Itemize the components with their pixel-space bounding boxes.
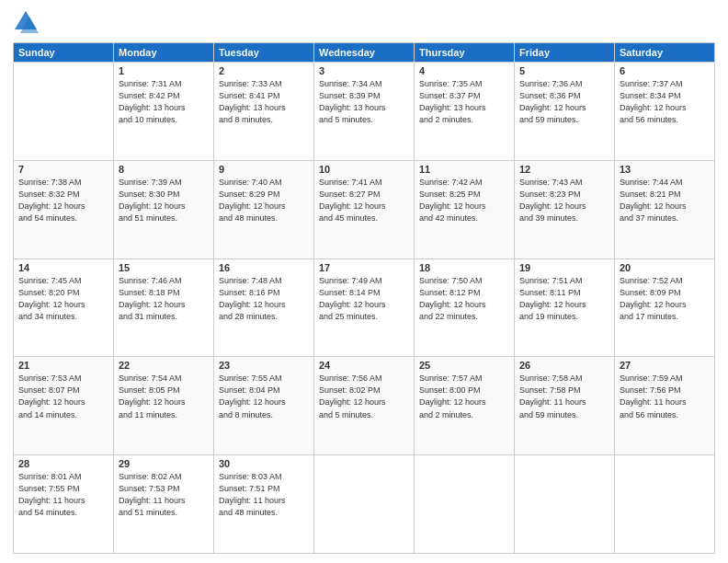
- day-number: 2: [219, 65, 309, 76]
- day-number: 26: [519, 360, 609, 371]
- day-number: 17: [319, 262, 409, 273]
- col-header-tuesday: Tuesday: [214, 43, 314, 63]
- day-info: Sunrise: 8:02 AM Sunset: 7:53 PM Dayligh…: [119, 471, 209, 519]
- day-info: Sunrise: 7:41 AM Sunset: 8:27 PM Dayligh…: [319, 177, 409, 224]
- day-info: Sunrise: 7:46 AM Sunset: 8:18 PM Dayligh…: [119, 275, 209, 323]
- day-number: 18: [419, 262, 509, 273]
- calendar-cell: [615, 455, 715, 554]
- calendar-cell: 20Sunrise: 7:52 AM Sunset: 8:09 PM Dayli…: [615, 259, 715, 357]
- day-info: Sunrise: 7:54 AM Sunset: 8:05 PM Dayligh…: [119, 373, 209, 420]
- calendar-week-5: 28Sunrise: 8:01 AM Sunset: 7:55 PM Dayli…: [14, 455, 715, 554]
- calendar-week-2: 7Sunrise: 7:38 AM Sunset: 8:32 PM Daylig…: [14, 160, 715, 259]
- day-info: Sunrise: 8:01 AM Sunset: 7:55 PM Dayligh…: [18, 471, 108, 519]
- calendar-cell: 13Sunrise: 7:44 AM Sunset: 8:21 PM Dayli…: [615, 160, 715, 259]
- calendar-cell: 12Sunrise: 7:43 AM Sunset: 8:23 PM Dayli…: [515, 160, 615, 259]
- calendar-cell: 3Sunrise: 7:34 AM Sunset: 8:39 PM Daylig…: [314, 63, 415, 161]
- day-number: 13: [620, 164, 710, 175]
- day-number: 27: [620, 360, 710, 371]
- day-info: Sunrise: 7:59 AM Sunset: 7:56 PM Dayligh…: [620, 373, 710, 420]
- calendar-cell: 9Sunrise: 7:40 AM Sunset: 8:29 PM Daylig…: [214, 160, 314, 259]
- day-info: Sunrise: 7:51 AM Sunset: 8:11 PM Dayligh…: [519, 275, 609, 323]
- calendar-cell: 15Sunrise: 7:46 AM Sunset: 8:18 PM Dayli…: [114, 259, 214, 357]
- day-number: 8: [119, 164, 209, 175]
- day-number: 6: [620, 65, 710, 76]
- day-number: 23: [219, 360, 309, 371]
- day-info: Sunrise: 7:39 AM Sunset: 8:30 PM Dayligh…: [119, 177, 209, 224]
- calendar-cell: 26Sunrise: 7:58 AM Sunset: 7:58 PM Dayli…: [515, 357, 615, 455]
- day-info: Sunrise: 7:34 AM Sunset: 8:39 PM Dayligh…: [319, 78, 409, 126]
- day-number: 19: [519, 262, 609, 273]
- calendar-cell: 28Sunrise: 8:01 AM Sunset: 7:55 PM Dayli…: [14, 455, 114, 554]
- day-info: Sunrise: 7:57 AM Sunset: 8:00 PM Dayligh…: [419, 373, 509, 420]
- day-info: Sunrise: 7:52 AM Sunset: 8:09 PM Dayligh…: [620, 275, 710, 323]
- calendar-cell: 17Sunrise: 7:49 AM Sunset: 8:14 PM Dayli…: [314, 259, 415, 357]
- day-info: Sunrise: 7:45 AM Sunset: 8:20 PM Dayligh…: [18, 275, 108, 323]
- day-number: 5: [519, 65, 609, 76]
- day-info: Sunrise: 7:33 AM Sunset: 8:41 PM Dayligh…: [219, 78, 309, 126]
- calendar-cell: 18Sunrise: 7:50 AM Sunset: 8:12 PM Dayli…: [415, 259, 515, 357]
- calendar-cell: [515, 455, 615, 554]
- calendar-cell: [314, 455, 415, 554]
- day-info: Sunrise: 7:38 AM Sunset: 8:32 PM Dayligh…: [18, 177, 108, 224]
- col-header-monday: Monday: [114, 43, 214, 63]
- day-number: 15: [119, 262, 209, 273]
- calendar-cell: 30Sunrise: 8:03 AM Sunset: 7:51 PM Dayli…: [214, 455, 314, 554]
- calendar-cell: 2Sunrise: 7:33 AM Sunset: 8:41 PM Daylig…: [214, 63, 314, 161]
- calendar-cell: 7Sunrise: 7:38 AM Sunset: 8:32 PM Daylig…: [14, 160, 114, 259]
- col-header-saturday: Saturday: [615, 43, 715, 63]
- day-number: 3: [319, 65, 409, 76]
- calendar-cell: 14Sunrise: 7:45 AM Sunset: 8:20 PM Dayli…: [14, 259, 114, 357]
- day-info: Sunrise: 7:37 AM Sunset: 8:34 PM Dayligh…: [620, 78, 710, 126]
- day-number: 10: [319, 164, 409, 175]
- day-number: 20: [620, 262, 710, 273]
- day-info: Sunrise: 7:55 AM Sunset: 8:04 PM Dayligh…: [219, 373, 309, 420]
- day-info: Sunrise: 7:42 AM Sunset: 8:25 PM Dayligh…: [419, 177, 509, 224]
- calendar-cell: 5Sunrise: 7:36 AM Sunset: 8:36 PM Daylig…: [515, 63, 615, 161]
- day-number: 9: [219, 164, 309, 175]
- day-number: 29: [119, 458, 209, 469]
- day-info: Sunrise: 7:53 AM Sunset: 8:07 PM Dayligh…: [18, 373, 108, 420]
- calendar-cell: 25Sunrise: 7:57 AM Sunset: 8:00 PM Dayli…: [415, 357, 515, 455]
- calendar-cell: 11Sunrise: 7:42 AM Sunset: 8:25 PM Dayli…: [415, 160, 515, 259]
- day-number: 11: [419, 164, 509, 175]
- day-number: 28: [18, 458, 108, 469]
- day-info: Sunrise: 7:43 AM Sunset: 8:23 PM Dayligh…: [519, 177, 609, 224]
- col-header-thursday: Thursday: [415, 43, 515, 63]
- calendar-cell: [14, 63, 114, 161]
- calendar-cell: 29Sunrise: 8:02 AM Sunset: 7:53 PM Dayli…: [114, 455, 214, 554]
- col-header-friday: Friday: [515, 43, 615, 63]
- calendar-cell: 24Sunrise: 7:56 AM Sunset: 8:02 PM Dayli…: [314, 357, 415, 455]
- col-header-sunday: Sunday: [14, 43, 114, 63]
- day-info: Sunrise: 7:58 AM Sunset: 7:58 PM Dayligh…: [519, 373, 609, 420]
- day-info: Sunrise: 7:44 AM Sunset: 8:21 PM Dayligh…: [620, 177, 710, 224]
- day-number: 21: [18, 360, 108, 371]
- calendar-week-1: 1Sunrise: 7:31 AM Sunset: 8:42 PM Daylig…: [14, 63, 715, 161]
- day-number: 30: [219, 458, 309, 469]
- col-header-wednesday: Wednesday: [314, 43, 415, 63]
- logo: [13, 9, 42, 35]
- day-number: 22: [119, 360, 209, 371]
- calendar-cell: 1Sunrise: 7:31 AM Sunset: 8:42 PM Daylig…: [114, 63, 214, 161]
- logo-icon: [13, 9, 39, 35]
- day-number: 4: [419, 65, 509, 76]
- calendar-cell: 19Sunrise: 7:51 AM Sunset: 8:11 PM Dayli…: [515, 259, 615, 357]
- day-info: Sunrise: 7:50 AM Sunset: 8:12 PM Dayligh…: [419, 275, 509, 323]
- calendar-cell: 21Sunrise: 7:53 AM Sunset: 8:07 PM Dayli…: [14, 357, 114, 455]
- day-info: Sunrise: 7:31 AM Sunset: 8:42 PM Dayligh…: [119, 78, 209, 126]
- day-number: 16: [219, 262, 309, 273]
- calendar-table: SundayMondayTuesdayWednesdayThursdayFrid…: [13, 42, 715, 554]
- day-info: Sunrise: 7:36 AM Sunset: 8:36 PM Dayligh…: [519, 78, 609, 126]
- day-number: 12: [519, 164, 609, 175]
- day-info: Sunrise: 7:48 AM Sunset: 8:16 PM Dayligh…: [219, 275, 309, 323]
- calendar-cell: 16Sunrise: 7:48 AM Sunset: 8:16 PM Dayli…: [214, 259, 314, 357]
- day-info: Sunrise: 7:40 AM Sunset: 8:29 PM Dayligh…: [219, 177, 309, 224]
- day-info: Sunrise: 7:49 AM Sunset: 8:14 PM Dayligh…: [319, 275, 409, 323]
- day-number: 14: [18, 262, 108, 273]
- day-info: Sunrise: 8:03 AM Sunset: 7:51 PM Dayligh…: [219, 471, 309, 519]
- calendar-cell: 10Sunrise: 7:41 AM Sunset: 8:27 PM Dayli…: [314, 160, 415, 259]
- day-number: 24: [319, 360, 409, 371]
- day-number: 25: [419, 360, 509, 371]
- calendar-cell: 4Sunrise: 7:35 AM Sunset: 8:37 PM Daylig…: [415, 63, 515, 161]
- calendar-cell: [415, 455, 515, 554]
- calendar-cell: 27Sunrise: 7:59 AM Sunset: 7:56 PM Dayli…: [615, 357, 715, 455]
